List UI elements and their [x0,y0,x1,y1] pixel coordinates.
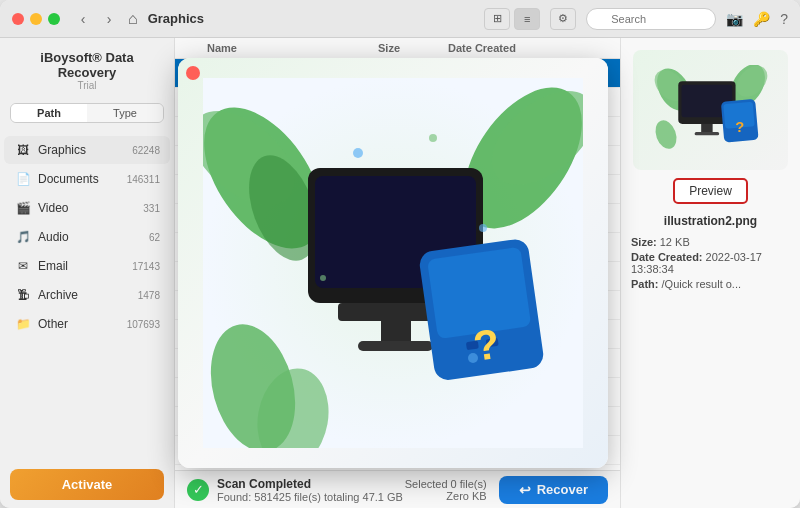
recover-label: Recover [537,482,588,497]
detail-date: Date Created: 2022-03-17 13:38:34 [631,251,790,275]
window-title: Graphics [148,11,204,26]
scan-complete-icon: ✓ [187,479,209,501]
overlay-close-button[interactable] [186,66,200,80]
documents-count: 146311 [127,174,160,185]
filter-button[interactable]: ⚙ [550,8,576,30]
svg-rect-7 [694,132,719,135]
svg-rect-24 [358,341,433,351]
sidebar-item-email[interactable]: ✉ Email 17143 [4,252,170,280]
svg-text:?: ? [735,119,744,135]
found-text: Found: 581425 file(s) totaling 47.1 GB [217,491,403,503]
titlebar: ‹ › ⌂ Graphics ⊞ ≡ ⚙ 🔍 📷 🔑 ? [0,0,800,38]
email-count: 17143 [132,261,160,272]
archive-count: 1478 [138,290,160,301]
overlay-image-content: ? [178,58,608,468]
list-view-button[interactable]: ≡ [514,8,540,30]
grid-view-button[interactable]: ⊞ [484,8,510,30]
other-count: 107693 [127,319,160,330]
sidebar-item-archive[interactable]: 🗜 Archive 1478 [4,281,170,309]
name-column-header: Name [207,42,378,54]
home-icon[interactable]: ⌂ [128,10,138,28]
detail-file-name: illustration2.png [664,214,757,228]
path-tab[interactable]: Path [11,104,87,122]
other-label: Other [38,317,127,331]
sidebar-item-documents[interactable]: 📄 Documents 146311 [4,165,170,193]
video-count: 331 [143,203,160,214]
archive-icon: 🗜 [14,286,32,304]
graphics-count: 62248 [132,145,160,156]
svg-rect-23 [381,321,411,343]
video-label: Video [38,201,143,215]
overlay-illustration-svg: ? [203,78,583,448]
camera-icon[interactable]: 📷 [726,11,743,27]
minimize-button[interactable] [30,13,42,25]
svg-point-34 [468,353,478,363]
back-button[interactable]: ‹ [72,8,94,30]
audio-count: 62 [149,232,160,243]
key-icon[interactable]: 🔑 [753,11,770,27]
svg-point-31 [429,134,437,142]
other-icon: 📁 [14,315,32,333]
right-panel: ? Preview illustration2.png Size: 12 KB … [620,38,800,508]
scan-status: Scan Completed Found: 581425 file(s) tot… [217,477,403,503]
navigation-buttons: ‹ › [72,8,120,30]
sidebar-item-graphics[interactable]: 🖼 Graphics 62248 [4,136,170,164]
size-label: Size: [631,236,657,248]
documents-label: Documents [38,172,127,186]
audio-label: Audio [38,230,149,244]
selected-info: Selected 0 file(s) Zero KB [405,478,487,502]
path-value: /Quick result o... [662,278,741,290]
graphics-label: Graphics [38,143,132,157]
close-button[interactable] [12,13,24,25]
date-column-header: Date Created [448,42,588,54]
file-list-header: Name Size Date Created [175,38,620,59]
view-toggle: ⊞ ≡ [484,8,540,30]
activate-button[interactable]: Activate [10,469,164,500]
size-column-header: Size [378,42,448,54]
recover-icon: ↩ [519,482,531,498]
type-tab[interactable]: Type [87,104,163,122]
search-wrapper: 🔍 [586,8,716,30]
date-label: Date Created: [631,251,703,263]
recover-button[interactable]: ↩ Recover [499,476,608,504]
sidebar-item-other[interactable]: 📁 Other 107693 [4,310,170,338]
detail-path: Path: /Quick result o... [631,278,790,290]
svg-rect-6 [701,124,712,132]
svg-point-32 [479,224,487,232]
audio-icon: 🎵 [14,228,32,246]
sidebar-items: 🖼 Graphics 62248 📄 Documents 146311 🎬 Vi… [0,131,174,461]
sidebar-tabs: Path Type [10,103,164,123]
selected-files-count: Selected 0 file(s) [405,478,487,490]
preview-button[interactable]: Preview [673,178,748,204]
preview-thumbnail: ? [633,50,788,170]
email-icon: ✉ [14,257,32,275]
sidebar-item-audio[interactable]: 🎵 Audio 62 [4,223,170,251]
search-input[interactable] [586,8,716,30]
help-icon[interactable]: ? [780,11,788,27]
forward-button[interactable]: › [98,8,120,30]
app-title: iBoysoft® Data Recovery [12,50,162,80]
status-bar: ✓ Scan Completed Found: 581425 file(s) t… [175,470,620,508]
maximize-button[interactable] [48,13,60,25]
detail-size: Size: 12 KB [631,236,790,248]
graphics-icon: 🖼 [14,141,32,159]
image-preview-overlay: ? [178,58,608,468]
scan-complete-label: Scan Completed [217,477,403,491]
sidebar: iBoysoft® Data Recovery Trial Path Type … [0,38,175,508]
video-icon: 🎬 [14,199,32,217]
size-value: 12 KB [660,236,690,248]
path-label: Path: [631,278,659,290]
svg-point-33 [320,275,326,281]
email-label: Email [38,259,132,273]
svg-point-11 [651,117,680,151]
mac-illustration-svg: ? [651,65,771,155]
sidebar-header: iBoysoft® Data Recovery Trial [0,38,174,95]
sidebar-item-video[interactable]: 🎬 Video 331 [4,194,170,222]
archive-label: Archive [38,288,138,302]
documents-icon: 📄 [14,170,32,188]
titlebar-right: ⊞ ≡ ⚙ 🔍 📷 🔑 ? [484,8,788,30]
svg-point-30 [353,148,363,158]
trial-badge: Trial [12,80,162,91]
traffic-lights [12,13,60,25]
selected-size: Zero KB [405,490,487,502]
